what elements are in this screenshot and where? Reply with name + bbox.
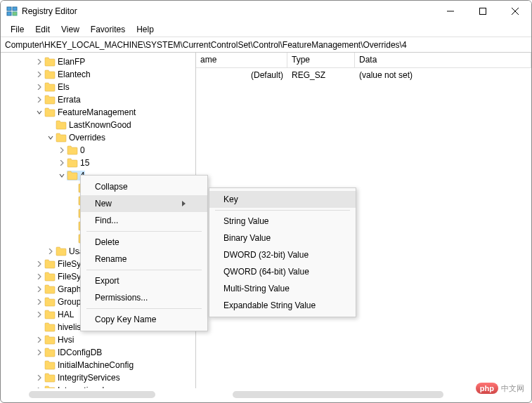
chevron-right-icon[interactable] <box>46 246 56 256</box>
tree-label: hivelis <box>58 322 81 332</box>
chevron-right-icon[interactable] <box>34 310 44 319</box>
tree-item[interactable]: Hvsi <box>1 333 195 346</box>
tree-item[interactable]: Elantech <box>1 68 195 81</box>
tree-label: Hvsi <box>58 335 74 345</box>
minimize-button[interactable] <box>434 1 467 22</box>
submenu-multi-string-value[interactable]: Multi-String Value <box>209 280 356 297</box>
tree-label: Graph <box>58 284 81 294</box>
tree-item[interactable]: LastKnownGood <box>1 119 195 131</box>
chevron-down-icon[interactable] <box>34 107 44 117</box>
context-menu: Collapse New Find... Delete Rename Expor… <box>80 175 208 331</box>
menu-help[interactable]: Help <box>131 23 160 36</box>
submenu-string-value[interactable]: String Value <box>209 213 356 230</box>
chevron-right-icon[interactable] <box>34 259 44 269</box>
expander-none <box>34 322 44 332</box>
menubar: File Edit View Favorites Help <box>1 22 531 37</box>
watermark: php 中文网 <box>476 383 524 394</box>
tree-label: InitialMachineConfig <box>58 360 134 370</box>
expander-none <box>68 234 78 244</box>
addressbar[interactable]: Computer\HKEY_LOCAL_MACHINE\SYSTEM\Curre… <box>1 37 531 53</box>
menu-rename[interactable]: Rename <box>81 251 207 267</box>
header-data[interactable]: Data <box>355 53 531 67</box>
menu-edit[interactable]: Edit <box>30 23 56 36</box>
tree-label: 0 <box>80 145 85 155</box>
tree-item[interactable]: FeatureManagement <box>1 106 195 119</box>
value-name: (Default) <box>251 70 283 80</box>
window-controls <box>434 1 531 22</box>
chevron-right-icon[interactable] <box>57 145 67 155</box>
submenu-key[interactable]: Key <box>209 191 356 208</box>
tree-item[interactable]: ElanFP <box>1 55 195 68</box>
separator <box>86 270 202 270</box>
submenu-expandable-string-value[interactable]: Expandable String Value <box>209 297 356 314</box>
chevron-right-icon[interactable] <box>34 373 44 383</box>
tree-item[interactable]: IntegrityServices <box>1 371 195 384</box>
svg-rect-1 <box>7 12 11 15</box>
tree-item[interactable]: 0 <box>1 144 195 157</box>
chevron-right-icon[interactable] <box>34 348 44 357</box>
tree-label: LastKnownGood <box>69 120 131 130</box>
tree-label: 15 <box>80 158 89 168</box>
menu-file[interactable]: File <box>5 23 30 36</box>
watermark-text: 中文网 <box>501 383 524 394</box>
tree-scrollbar[interactable] <box>29 391 155 398</box>
submenu-qword-value[interactable]: QWORD (64-bit) Value <box>209 263 356 280</box>
expander-none <box>46 120 56 130</box>
svg-rect-2 <box>13 7 17 11</box>
menu-export[interactable]: Export <box>81 272 207 289</box>
menu-find[interactable]: Find... <box>81 212 207 229</box>
window-title: Registry Editor <box>22 6 434 16</box>
address-path: Computer\HKEY_LOCAL_MACHINE\SYSTEM\Curre… <box>5 40 407 50</box>
menu-favorites[interactable]: Favorites <box>85 23 131 36</box>
chevron-down-icon[interactable] <box>46 133 56 143</box>
chevron-right-icon[interactable] <box>34 70 44 79</box>
header-name[interactable]: ame <box>196 53 287 67</box>
tree-item[interactable]: IDConfigDB <box>1 346 195 359</box>
tree-item[interactable]: InitialMachineConfig <box>1 359 195 371</box>
svg-rect-5 <box>480 8 486 15</box>
submenu-dword-value[interactable]: DWORD (32-bit) Value <box>209 246 356 263</box>
chevron-right-icon[interactable] <box>34 272 44 282</box>
tree-item[interactable]: Errata <box>1 93 195 106</box>
svg-rect-0 <box>7 7 11 11</box>
chevron-right-icon[interactable] <box>34 57 44 67</box>
expander-none <box>34 360 44 370</box>
tree-label: IDConfigDB <box>58 348 102 357</box>
tree-item[interactable]: 15 <box>1 157 195 169</box>
chevron-right-icon[interactable] <box>34 284 44 294</box>
chevron-right-icon[interactable] <box>57 158 67 168</box>
chevron-right-icon[interactable] <box>34 335 44 345</box>
chevron-right-icon[interactable] <box>34 385 44 388</box>
tree-label: Els <box>58 82 70 92</box>
menu-view[interactable]: View <box>56 23 85 36</box>
chevron-right-icon[interactable] <box>34 82 44 92</box>
tree-label: HAL <box>58 310 74 319</box>
chevron-down-icon[interactable] <box>57 171 67 180</box>
list-row[interactable]: (Default) REG_SZ (value not set) <box>196 68 531 82</box>
cell-data: (value not set) <box>355 69 531 81</box>
expander-none <box>68 196 78 206</box>
tree-item[interactable]: Overrides <box>1 131 195 144</box>
menu-delete[interactable]: Delete <box>81 234 207 251</box>
tree-label: Group <box>58 297 81 307</box>
menu-copy-key-name[interactable]: Copy Key Name <box>81 311 207 328</box>
menu-new[interactable]: New <box>81 195 207 212</box>
tree-item[interactable]: International <box>1 384 195 388</box>
tree-item[interactable]: Els <box>1 81 195 93</box>
expander-none <box>68 221 78 231</box>
menu-collapse[interactable]: Collapse <box>81 178 207 195</box>
list-header: ame Type Data <box>196 53 531 68</box>
header-type[interactable]: Type <box>287 53 355 67</box>
close-button[interactable] <box>499 1 531 22</box>
svg-rect-3 <box>13 12 17 15</box>
list-scrollbar[interactable] <box>233 391 443 398</box>
chevron-right-icon[interactable] <box>34 95 44 105</box>
maximize-button[interactable] <box>467 1 499 22</box>
cell-name: (Default) <box>196 69 287 81</box>
submenu-binary-value[interactable]: Binary Value <box>209 230 356 246</box>
titlebar: Registry Editor <box>1 1 531 22</box>
watermark-badge: php <box>476 383 498 394</box>
tree-label: International <box>58 385 104 388</box>
menu-permissions[interactable]: Permissions... <box>81 289 207 306</box>
chevron-right-icon[interactable] <box>34 297 44 307</box>
